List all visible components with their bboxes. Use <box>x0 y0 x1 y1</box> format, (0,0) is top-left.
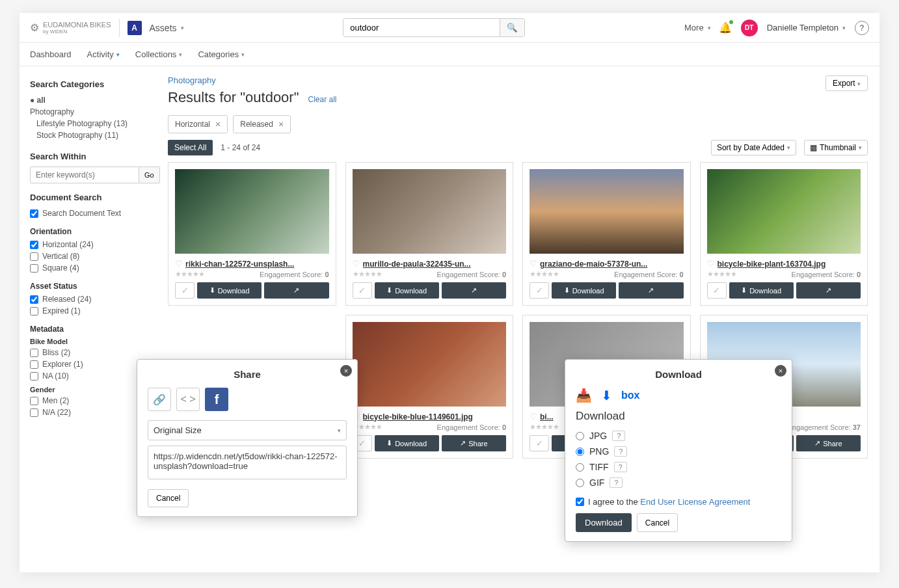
share-button[interactable]: ↗ Share <box>442 435 506 451</box>
checkbox[interactable] <box>30 264 38 273</box>
checkbox[interactable] <box>30 241 38 249</box>
checkbox[interactable] <box>30 408 38 417</box>
gender-men[interactable]: Men (2) <box>30 395 148 407</box>
status-expired[interactable]: Expired (1) <box>30 305 148 317</box>
select-all-button[interactable]: Select All <box>168 140 213 155</box>
radio[interactable] <box>576 479 584 487</box>
close-button[interactable]: × <box>775 365 786 377</box>
asset-filename[interactable]: murillo-de-paula-322435-un... <box>363 260 507 269</box>
help-icon[interactable]: ? <box>614 462 627 472</box>
share-facebook-tab[interactable]: f <box>205 388 228 411</box>
orientation-horizontal[interactable]: Horizontal (24) <box>30 239 148 250</box>
bike-bliss[interactable]: Bliss (2) <box>30 347 148 358</box>
radio[interactable] <box>576 432 584 440</box>
star-rating[interactable]: ★★★★★ <box>175 270 204 278</box>
star-rating[interactable]: ★★★★★ <box>530 423 559 431</box>
heart-icon[interactable]: ♡ <box>530 259 537 269</box>
select-checkbox[interactable]: ✓ <box>353 282 372 299</box>
asset-filename[interactable]: bicycle-bike-blue-1149601.jpg <box>363 412 507 421</box>
asset-card[interactable]: ♡ bicycle-bike-plant-163704.jpg ★★★★★ En… <box>700 162 868 306</box>
more-dropdown[interactable]: More ▾ <box>684 23 711 33</box>
user-menu[interactable]: Danielle Templeton ▾ <box>767 23 846 33</box>
asset-card[interactable]: ♡ bicycle-bike-blue-1149601.jpg ★★★★★ En… <box>345 315 514 459</box>
sidebar-item-all[interactable]: ● all <box>30 94 148 106</box>
asset-thumbnail[interactable] <box>353 169 507 254</box>
orientation-square[interactable]: Square (4) <box>30 262 148 274</box>
format-gif[interactable]: GIF? <box>576 475 781 490</box>
download-button[interactable]: ⬇ Download <box>197 282 262 299</box>
nav-categories[interactable]: Categories▾ <box>198 49 245 59</box>
help-icon[interactable]: ? <box>610 477 623 488</box>
export-button[interactable]: Export ▾ <box>825 75 868 91</box>
help-icon[interactable]: ? <box>614 446 627 457</box>
share-embed-tab[interactable]: < > <box>176 388 200 411</box>
asset-thumbnail[interactable] <box>353 322 507 407</box>
nav-dashboard[interactable]: Dashboard <box>30 49 72 59</box>
select-checkbox[interactable]: ✓ <box>530 282 549 299</box>
select-checkbox[interactable]: ✓ <box>530 435 549 451</box>
avatar[interactable]: DT <box>741 20 758 36</box>
checkbox[interactable] <box>30 252 38 261</box>
select-checkbox[interactable]: ✓ <box>175 282 195 299</box>
heart-icon[interactable]: ♡ <box>353 259 360 269</box>
nav-activity[interactable]: Activity▾ <box>87 49 120 59</box>
format-png[interactable]: PNG? <box>576 444 781 459</box>
checkbox[interactable] <box>30 397 38 405</box>
asset-filename[interactable]: bicycle-bike-plant-163704.jpg <box>718 260 861 269</box>
clear-all-link[interactable]: Clear all <box>308 95 337 104</box>
checkbox[interactable] <box>30 307 38 315</box>
box-icon[interactable]: box <box>621 390 639 401</box>
heart-icon[interactable]: ♡ <box>175 259 183 269</box>
eula-link[interactable]: End User License Agreement <box>640 497 750 507</box>
cancel-button[interactable]: Cancel <box>148 489 189 507</box>
checkbox[interactable] <box>30 209 38 218</box>
share-button[interactable]: ↗ <box>442 282 506 299</box>
heart-icon[interactable]: ♡ <box>707 259 715 269</box>
bike-na[interactable]: NA (10) <box>30 370 148 382</box>
download-local-icon[interactable]: 📥 <box>576 388 592 403</box>
asset-filename[interactable]: rikki-chan-122572-unsplash... <box>185 260 329 269</box>
asset-thumbnail[interactable] <box>530 169 684 254</box>
notifications-button[interactable]: 🔔 <box>719 21 732 34</box>
search-within-input[interactable] <box>30 167 139 183</box>
star-rating[interactable]: ★★★★★ <box>353 270 382 278</box>
breadcrumb[interactable]: Photography <box>168 75 868 85</box>
format-jpg[interactable]: JPG? <box>576 428 781 444</box>
sidebar-item-lifestyle[interactable]: Lifestyle Photography (13) <box>30 118 148 129</box>
checkbox[interactable] <box>576 498 584 506</box>
close-icon[interactable]: × <box>278 119 284 129</box>
help-button[interactable]: ? <box>855 21 869 35</box>
chip-horizontal[interactable]: Horizontal× <box>168 115 228 133</box>
dropbox-icon[interactable]: ⬇ <box>601 388 612 403</box>
search-button[interactable]: 🔍 <box>500 19 524 36</box>
asset-card[interactable]: ♡ murillo-de-paula-322435-un... ★★★★★ En… <box>345 162 514 306</box>
share-button[interactable]: ↗ Share <box>796 435 861 451</box>
asset-filename[interactable]: graziano-de-maio-57378-un... <box>540 260 684 269</box>
radio[interactable] <box>576 463 584 472</box>
asset-thumbnail[interactable] <box>175 169 329 254</box>
agree-checkbox[interactable]: I agree to the End User License Agreemen… <box>576 497 781 507</box>
asset-card[interactable]: ♡ rikki-chan-122572-unsplash... ★★★★★ En… <box>168 162 336 306</box>
close-icon[interactable]: × <box>215 119 221 129</box>
share-link-tab[interactable]: 🔗 <box>148 388 171 411</box>
download-button[interactable]: ⬇ Download <box>552 282 616 299</box>
orientation-vertical[interactable]: Vertical (8) <box>30 250 148 262</box>
share-url-input[interactable]: https://p.widencdn.net/yt5dow/rikki-chan… <box>148 446 347 479</box>
asset-badge[interactable]: A <box>127 21 142 35</box>
help-icon[interactable]: ? <box>612 431 625 441</box>
gender-na[interactable]: N/A (22) <box>30 407 148 418</box>
bike-explorer[interactable]: Explorer (1) <box>30 358 148 370</box>
download-button[interactable]: ⬇ Download <box>375 435 439 451</box>
size-select[interactable]: Original Size ▾ <box>148 420 347 440</box>
share-button[interactable]: ↗ <box>264 282 329 299</box>
star-rating[interactable]: ★★★★★ <box>707 270 736 278</box>
sidebar-item-stock[interactable]: Stock Photography (11) <box>30 129 148 141</box>
asset-card[interactable]: ♡ graziano-de-maio-57378-un... ★★★★★ Eng… <box>522 162 691 306</box>
sort-dropdown[interactable]: Sort by Date Added ▾ <box>711 140 796 155</box>
chip-released[interactable]: Released× <box>233 115 291 133</box>
checkbox[interactable] <box>30 295 38 304</box>
close-button[interactable]: × <box>340 365 352 377</box>
download-button[interactable]: ⬇ Download <box>375 282 439 299</box>
download-button[interactable]: Download <box>576 513 632 532</box>
search-input[interactable] <box>343 19 500 36</box>
